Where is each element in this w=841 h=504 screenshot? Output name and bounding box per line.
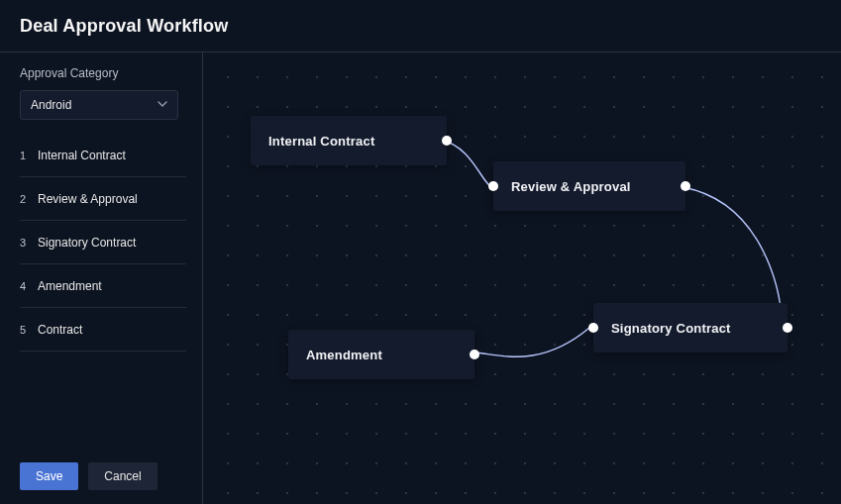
category-label: Approval Category (20, 66, 182, 80)
main: Approval Category Android 1 Internal Con… (0, 52, 841, 504)
step-number: 5 (20, 324, 38, 336)
step-label: Contract (38, 323, 82, 337)
steps-list: 1 Internal Contract 2 Review & Approval … (20, 134, 186, 352)
sidebar: Approval Category Android 1 Internal Con… (0, 52, 203, 504)
step-number: 4 (20, 280, 38, 292)
node-label: Signatory Contract (611, 321, 731, 336)
workflow-canvas[interactable]: Internal Contract Review & Approval Sign… (203, 52, 841, 504)
node-label: Amendment (306, 348, 382, 362)
port-out[interactable] (681, 181, 690, 191)
header: Deal Approval Workflow (0, 0, 841, 52)
port-out[interactable] (470, 350, 479, 359)
node-review-approval[interactable]: Review & Approval (493, 161, 685, 211)
step-label: Review & Approval (38, 192, 138, 206)
port-out[interactable] (783, 323, 792, 333)
category-select-value: Android (31, 98, 71, 112)
port-in[interactable] (488, 181, 498, 191)
step-number: 3 (20, 237, 38, 249)
cancel-button[interactable]: Cancel (88, 462, 157, 490)
node-label: Internal Contract (268, 134, 374, 149)
step-item-review-approval[interactable]: 2 Review & Approval (20, 177, 186, 221)
save-button[interactable]: Save (20, 462, 78, 490)
step-item-amendment[interactable]: 4 Amendment (20, 264, 186, 308)
step-item-contract[interactable]: 5 Contract (20, 308, 186, 352)
chevron-down-icon (158, 98, 167, 112)
port-in[interactable] (588, 323, 598, 333)
step-number: 1 (20, 150, 38, 161)
step-label: Signatory Contract (38, 236, 136, 250)
step-label: Internal Contract (38, 149, 126, 162)
sidebar-footer: Save Cancel (20, 462, 158, 490)
step-item-internal-contract[interactable]: 1 Internal Contract (20, 134, 186, 177)
node-internal-contract[interactable]: Internal Contract (251, 116, 447, 165)
step-number: 2 (20, 193, 38, 205)
category-select[interactable]: Android (20, 90, 178, 120)
node-amendment[interactable]: Amendment (288, 330, 474, 379)
port-out[interactable] (442, 136, 452, 146)
step-label: Amendment (38, 279, 102, 293)
node-label: Review & Approval (511, 179, 631, 194)
step-item-signatory-contract[interactable]: 3 Signatory Contract (20, 221, 186, 264)
node-signatory-contract[interactable]: Signatory Contract (593, 303, 788, 353)
page-title: Deal Approval Workflow (20, 16, 228, 37)
